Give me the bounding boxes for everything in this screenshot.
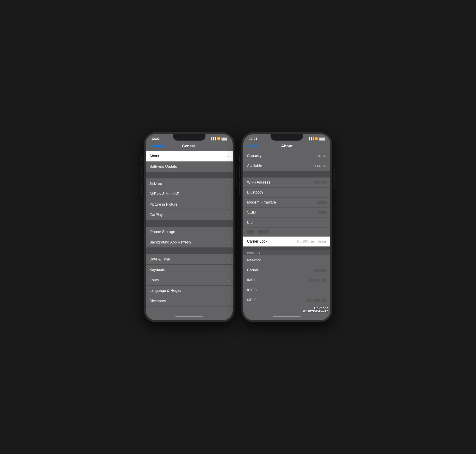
battery-icon: ▓▓▓ (222, 137, 227, 140)
list-item-date-time[interactable]: Date & Time › (146, 254, 233, 265)
back-button-general[interactable]: ‹ General (247, 144, 262, 148)
volume-down-button (141, 182, 142, 195)
airdrop-label: AirDrop (149, 182, 162, 186)
wifi-redacted (315, 181, 327, 184)
eid-redacted-1 (247, 230, 254, 234)
about-gap-1 (243, 171, 330, 178)
about-chevron-icon: › (228, 154, 229, 158)
software-update-chevron-icon: › (228, 165, 229, 168)
language-region-chevron-icon: › (228, 289, 229, 293)
list-item-keyboard[interactable]: Keyboard › (146, 265, 233, 275)
wifi-icon: 📶 (217, 137, 220, 140)
imei-label: IMEI (247, 278, 255, 282)
redacted-block (322, 279, 327, 282)
watermark-payette-forward: PAYETTE FORWARD (303, 310, 328, 313)
imei-redacted (309, 279, 327, 282)
page-wrapper: 12:21 ▐▐▐ 📶 ▓▓▓ ‹ Settings General (144, 132, 332, 322)
about-label: About (149, 154, 159, 158)
carplay-chevron-icon: › (228, 213, 229, 217)
power-button-about (334, 169, 335, 188)
about-content: Capacity 64 GB Available 10.44 GB Wi-Fi … (243, 151, 330, 314)
back-chevron-about-icon: ‹ (247, 144, 248, 148)
phone-frame-about: 12:21 ▐▐▐ 📶 ▓▓▓ ‹ General About (241, 132, 332, 322)
iphone-storage-chevron-icon: › (228, 230, 229, 234)
fonts-chevron-icon: › (228, 278, 229, 282)
home-bar (175, 317, 203, 317)
eid-label: EID (247, 220, 253, 224)
redacted-block (315, 181, 320, 184)
mute-button (141, 155, 142, 162)
row-carrier-lock: Carrier Lock No SIM restrictions (243, 236, 330, 247)
list-item-airdrop[interactable]: AirDrop › (146, 178, 233, 189)
list-item-carplay[interactable]: CarPlay › (146, 210, 233, 220)
row-eid: EID (243, 218, 330, 227)
redacted-block-seid (318, 211, 327, 214)
list-item-dictionary[interactable]: Dictionary › (146, 296, 233, 306)
row-modem-firmware: Modem Firmware (243, 197, 330, 207)
row-iccid: ICCID (243, 285, 330, 295)
redacted-block-carrier (314, 269, 327, 272)
nav-title-about: About (281, 144, 292, 148)
redacted-block-modem (317, 201, 327, 204)
power-button (236, 169, 237, 188)
row-available: Available 10.44 GB (243, 161, 330, 171)
section-gap-2 (146, 220, 233, 227)
capacity-value: 64 GB (316, 154, 327, 158)
row-bluetooth: Bluetooth (243, 188, 330, 197)
list-item-airplay-handoff[interactable]: AirPlay & Handoff › (146, 189, 233, 199)
meid-label: MEID (247, 298, 256, 302)
list-item-iphone-storage[interactable]: iPhone Storage › (146, 227, 233, 237)
background-app-refresh-chevron-icon: › (228, 241, 229, 244)
redacted-block (307, 299, 311, 302)
carrier-lock-value: No SIM restrictions (297, 239, 327, 243)
mute-button-about (239, 155, 240, 162)
date-time-label: Date & Time (149, 257, 170, 261)
redacted-block (322, 299, 327, 302)
list-item-picture-in-picture[interactable]: Picture in Picture › (146, 199, 233, 210)
status-time-about: 12:21 (249, 137, 257, 141)
list-item-about[interactable]: About › (146, 151, 233, 161)
primary-section-label: PRIMARY (243, 250, 330, 255)
volume-up-button (141, 166, 142, 179)
nav-bar-about: ‹ General About (243, 142, 330, 151)
carrier-value (314, 268, 327, 272)
signal-icon: ▐▐▐ (211, 137, 216, 140)
status-icons-general: ▐▐▐ 📶 ▓▓▓ (211, 137, 227, 140)
notch (173, 134, 206, 141)
back-label-general: General (249, 144, 262, 148)
imei-value (309, 279, 327, 282)
airdrop-chevron-icon: › (228, 182, 229, 185)
row-imei: IMEI (243, 275, 330, 285)
picture-in-picture-label: Picture in Picture (149, 202, 177, 207)
row-capacity: Capacity 64 GB (243, 151, 330, 161)
list-item-background-app-refresh[interactable]: Background App Refresh › (146, 237, 233, 248)
airplay-handoff-chevron-icon: › (228, 192, 229, 196)
date-time-chevron-icon: › (228, 257, 229, 261)
list-item-language-region[interactable]: Language & Region › (146, 286, 233, 296)
seid-value (318, 210, 327, 214)
keyboard-chevron-icon: › (228, 268, 229, 272)
list-item-software-update[interactable]: Software Update › (146, 161, 233, 172)
home-bar-about (273, 317, 301, 317)
home-indicator-general (146, 314, 233, 320)
about-gap-2 (243, 247, 330, 250)
volume-up-button-about (239, 166, 240, 179)
carrier-label: Carrier (247, 268, 258, 272)
home-indicator-about (243, 314, 330, 320)
back-button-settings[interactable]: ‹ Settings (149, 144, 165, 148)
settings-list: About › Software Update › AirDrop › Ai (146, 151, 233, 306)
signal-icon-about: ▐▐▐ (308, 137, 314, 140)
redacted-block (313, 299, 320, 302)
meid-redacted (307, 299, 327, 302)
row-network: Network (243, 255, 330, 265)
keyboard-label: Keyboard (149, 268, 165, 272)
notch-about (270, 134, 303, 141)
row-meid: MEID (243, 295, 330, 305)
section-gap-1 (146, 172, 233, 178)
wifi-icon-about: 📶 (315, 137, 318, 140)
watermark: UpPhone PAYETTE FORWARD (303, 306, 328, 313)
battery-icon-about: ▓▓▓ (319, 137, 325, 140)
general-settings-content: About › Software Update › AirDrop › Ai (146, 151, 233, 314)
dictionary-chevron-icon: › (228, 299, 229, 303)
list-item-fonts[interactable]: Fonts › (146, 275, 233, 286)
